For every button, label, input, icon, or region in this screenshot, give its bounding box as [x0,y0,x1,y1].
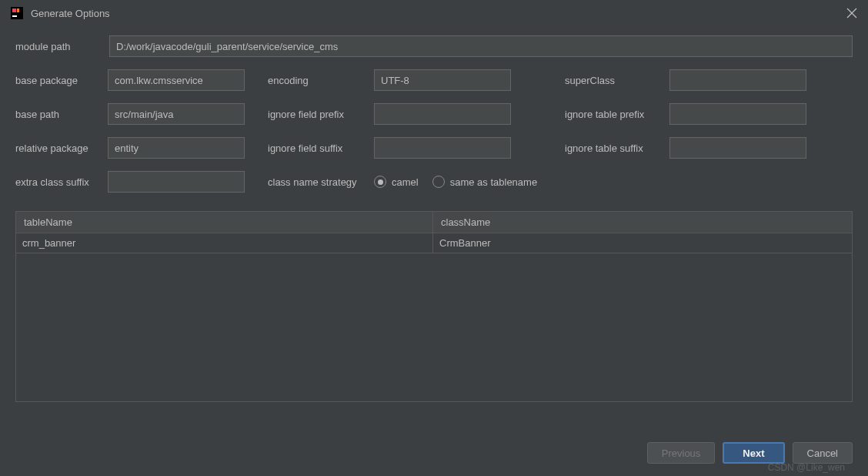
radio-circle-icon [432,176,445,188]
label-encoding: encoding [268,75,366,86]
encoding-input[interactable] [374,69,511,91]
titlebar: Generate Options [0,0,868,26]
label-ignore-field-prefix: ignore field prefix [268,109,366,120]
close-icon[interactable] [846,8,857,18]
radio-same-as-tablename[interactable]: same as tablename [432,176,537,188]
cell-classname: CrmBanner [433,233,852,253]
cell-tablename: crm_banner [16,233,433,253]
row-module-path: module path [15,35,853,57]
svg-rect-2 [17,8,19,12]
mapping-table: tableName className crm_banner CrmBanner [15,211,853,402]
label-extra-class-suffix: extra class suffix [15,176,100,188]
ignore-table-suffix-input[interactable] [669,137,806,159]
label-base-package: base package [15,75,100,86]
footer-buttons: Previous Next Cancel [647,442,853,464]
label-class-name-strategy: class name strategy [268,176,366,188]
watermark: CSDN @Like_wen [768,462,845,473]
svg-rect-1 [12,8,16,12]
svg-rect-3 [12,15,17,17]
window-title: Generate Options [31,8,110,19]
row-4: relative package ignore field suffix ign… [15,137,853,159]
previous-button[interactable]: Previous [647,442,716,464]
ignore-field-prefix-input[interactable] [374,103,511,125]
radio-camel-label: camel [392,176,419,188]
row-3: base path ignore field prefix ignore tab… [15,103,853,125]
next-button[interactable]: Next [723,442,784,464]
row-2: base package encoding superClass [15,69,853,91]
radio-camel[interactable]: camel [374,176,419,188]
label-super-class: superClass [565,75,662,86]
extra-class-suffix-input[interactable] [108,171,245,193]
titlebar-left: Generate Options [11,7,110,19]
app-icon [11,7,23,19]
label-relative-package: relative package [15,142,100,154]
module-path-input[interactable] [109,35,853,57]
ignore-table-prefix-input[interactable] [669,103,806,125]
super-class-input[interactable] [669,69,806,91]
base-package-input[interactable] [108,69,245,91]
class-name-strategy-radio-group: camel same as tablename [374,176,537,188]
label-ignore-table-suffix: ignore table suffix [565,142,662,154]
label-ignore-table-prefix: ignore table prefix [565,109,662,120]
header-classname[interactable]: className [433,212,852,233]
label-base-path: base path [15,109,100,120]
label-module-path: module path [15,41,100,52]
table-header: tableName className [16,212,852,233]
row-5: extra class suffix class name strategy c… [15,171,853,193]
label-ignore-field-suffix: ignore field suffix [268,142,366,154]
radio-same-label: same as tablename [450,176,537,188]
cancel-button[interactable]: Cancel [793,442,853,464]
base-path-input[interactable] [108,103,245,125]
table-row[interactable]: crm_banner CrmBanner [16,233,852,253]
ignore-field-suffix-input[interactable] [374,137,511,159]
form-area: module path base package encoding superC… [0,26,868,211]
relative-package-input[interactable] [108,137,245,159]
radio-circle-checked-icon [374,176,386,188]
header-tablename[interactable]: tableName [16,212,433,233]
